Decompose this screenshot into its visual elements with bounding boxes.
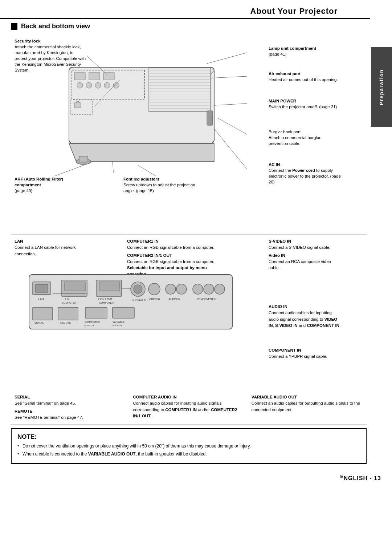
svg-text:SERIAL: SERIAL bbox=[34, 321, 44, 324]
svg-text:AUDIO IN: AUDIO IN bbox=[84, 324, 94, 327]
svg-text:COMPONENT IN: COMPONENT IN bbox=[197, 298, 216, 300]
preparation-tab: Preparation bbox=[371, 47, 392, 127]
main-power-annotation: MAIN POWER Switch the projector on/off. … bbox=[269, 98, 341, 110]
projector-diagram: Security lock Attach the commercial shac… bbox=[11, 35, 367, 227]
svg-text:COMPUTER: COMPUTER bbox=[99, 301, 114, 304]
page-title: About Your Projector bbox=[0, 7, 338, 16]
note-item-1: Do not cover the ventilation openings or… bbox=[17, 443, 360, 449]
svideo-annotation: S-VIDEO IN Connect a S-VIDEO signal cabl… bbox=[269, 238, 341, 271]
svg-rect-42 bbox=[29, 275, 232, 329]
svg-text:COMPUTER: COMPUTER bbox=[85, 321, 100, 323]
svg-rect-66 bbox=[58, 307, 78, 320]
svg-text:REMOTE: REMOTE bbox=[60, 321, 71, 324]
svg-rect-27 bbox=[74, 103, 81, 108]
svg-rect-19 bbox=[103, 73, 114, 80]
note-title: NOTE: bbox=[17, 433, 360, 441]
svg-point-23 bbox=[104, 82, 110, 88]
svg-point-60 bbox=[193, 284, 203, 294]
svg-text:VIDEO IN: VIDEO IN bbox=[149, 298, 160, 300]
svg-point-20 bbox=[77, 82, 83, 88]
section-title: Back and bottom view bbox=[21, 23, 90, 30]
main-content: Back and bottom view Security lock Attac… bbox=[0, 19, 392, 471]
svg-point-58 bbox=[176, 284, 187, 294]
svg-text:1 IN: 1 IN bbox=[65, 298, 69, 300]
lan-annotation: LAN Connect a LAN cable for network conn… bbox=[15, 238, 76, 257]
svg-text:AUDIO IN: AUDIO IN bbox=[169, 298, 180, 300]
svg-rect-29 bbox=[79, 156, 88, 162]
svg-point-22 bbox=[95, 82, 101, 88]
projector-illustration bbox=[47, 53, 240, 173]
lamp-annotation: Lamp unit compartment (page 41) bbox=[269, 45, 341, 57]
page-footer: ENGLISH - 13 bbox=[0, 471, 392, 485]
svg-point-61 bbox=[204, 284, 214, 294]
component-annotation: COMPONENT IN Connect a YPBPR signal cabl… bbox=[269, 347, 341, 360]
svg-point-24 bbox=[113, 82, 119, 88]
bottom-labels: SERIAL See "Serial terminal" on page 45.… bbox=[11, 394, 367, 421]
svg-rect-68 bbox=[85, 307, 107, 318]
burglar-hook-annotation: Burglar hook port Attach a commercial bu… bbox=[269, 129, 341, 146]
font-leg-annotation: Font leg adjusters Screw up/down to adju… bbox=[123, 176, 196, 194]
divider bbox=[11, 424, 367, 425]
svg-point-57 bbox=[166, 284, 176, 294]
ac-in-annotation: AC IN Connect the Power cord to supply e… bbox=[269, 162, 341, 185]
variable-audio-label-col: VARIABLE AUDIO OUT Connect an audio cabl… bbox=[252, 394, 363, 421]
svg-text:COMPUTER: COMPUTER bbox=[62, 301, 76, 304]
page-header: About Your Projector bbox=[0, 0, 370, 19]
footer-text: ENGLISH - 13 bbox=[340, 474, 381, 482]
svg-rect-64 bbox=[33, 307, 53, 320]
connector-area: LAN Connect a LAN cable for network conn… bbox=[11, 234, 367, 387]
svg-point-21 bbox=[86, 82, 92, 88]
audio-in-annotation: AUDIO IN Connect audio cables for inputt… bbox=[269, 304, 341, 329]
svg-text:AUDIO OUT: AUDIO OUT bbox=[113, 324, 125, 327]
svg-point-53 bbox=[134, 285, 142, 293]
svg-text:VARIABLE: VARIABLE bbox=[113, 321, 125, 323]
svg-text:S-VIDEO IN: S-VIDEO IN bbox=[132, 299, 146, 301]
svg-line-31 bbox=[113, 162, 116, 173]
svg-point-62 bbox=[215, 284, 225, 294]
connector-panel-illustration: LAN 1 IN COMPUTER 2 IN / 1 OUT COMPUTER … bbox=[25, 271, 236, 344]
section-heading: Back and bottom view bbox=[11, 23, 367, 30]
note-box: NOTE: Do not cover the ventilation openi… bbox=[11, 428, 367, 464]
section-icon bbox=[11, 23, 17, 30]
svg-text:LAN: LAN bbox=[38, 297, 44, 301]
svg-text:2 IN / 1 OUT: 2 IN / 1 OUT bbox=[98, 298, 113, 300]
svg-point-55 bbox=[148, 283, 160, 295]
svg-rect-18 bbox=[89, 73, 100, 80]
note-list: Do not cover the ventilation openings or… bbox=[17, 443, 360, 457]
svg-rect-44 bbox=[36, 284, 48, 292]
computer-audio-label-col: COMPUTER AUDIO IN Connect audio cables f… bbox=[133, 394, 244, 421]
svg-rect-17 bbox=[74, 73, 85, 80]
air-exhaust-annotation: Air exhaust port Heated air comes out of… bbox=[269, 71, 341, 82]
svg-rect-69 bbox=[113, 307, 134, 318]
note-item-2: When a cable is connected to the VARIABL… bbox=[17, 451, 360, 457]
serial-label-col: SERIAL See "Serial terminal" on page 45.… bbox=[15, 394, 126, 421]
arf-annotation: ARF (Auto Rolling Filter) compartment (p… bbox=[15, 176, 83, 194]
